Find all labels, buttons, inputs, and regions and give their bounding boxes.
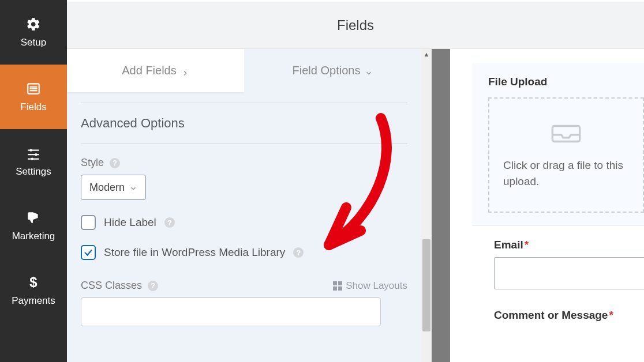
tab-add-fields[interactable]: Add Fields [67, 49, 244, 92]
sidebar-label-settings: Settings [16, 166, 51, 178]
dollar-icon: $ [25, 274, 42, 291]
form-preview: File Upload Click or drag a file to this… [450, 49, 644, 362]
list-icon [25, 81, 42, 97]
chevron-down-icon [365, 67, 373, 75]
svg-rect-14 [338, 286, 342, 291]
css-classes-section: CSS Classes ? Show Layouts [81, 280, 407, 326]
sidebar-label-fields: Fields [20, 101, 46, 113]
chevron-right-icon [181, 67, 189, 75]
svg-rect-13 [333, 286, 337, 291]
dropzone-text: Click or drag a file to this upload. [489, 157, 643, 190]
store-file-text: Store file in WordPress Media Library [104, 246, 285, 259]
scrollbar-thumb[interactable] [422, 239, 430, 331]
css-label: CSS Classes [81, 280, 142, 292]
file-upload-label: File Upload [488, 76, 644, 88]
store-file-checkbox[interactable] [81, 245, 96, 260]
chevron-down-icon [129, 183, 137, 191]
sidebar-item-settings[interactable]: Settings [0, 129, 67, 194]
show-layouts-button[interactable]: Show Layouts [333, 280, 407, 292]
help-icon[interactable]: ? [164, 217, 175, 228]
help-icon[interactable]: ? [148, 281, 158, 291]
scrollbar-track[interactable]: ▲ [421, 49, 432, 362]
help-icon[interactable]: ? [293, 247, 304, 258]
style-select[interactable]: Modern [81, 175, 146, 200]
hide-label-row: Hide Label ? [81, 215, 407, 230]
advanced-title: Advanced Options [81, 103, 407, 144]
svg-rect-11 [333, 281, 337, 285]
panel-divider [432, 49, 450, 362]
email-label: Email* [494, 239, 644, 251]
show-layouts-label: Show Layouts [346, 280, 407, 292]
sidebar-label-setup: Setup [21, 37, 46, 48]
help-icon[interactable]: ? [110, 158, 120, 168]
scroll-up-icon[interactable]: ▲ [421, 49, 432, 59]
gear-icon [25, 16, 42, 32]
tab-field-options[interactable]: Field Options [244, 49, 421, 92]
advanced-options: Advanced Options Style ? Modern Hide Lab… [67, 92, 421, 326]
file-dropzone[interactable]: Click or drag a file to this upload. [488, 97, 644, 213]
svg-point-9 [31, 158, 33, 160]
css-label-row: CSS Classes ? [81, 280, 158, 292]
sidebar: Setup Fields Settings Marketing $ Paymen… [0, 0, 67, 362]
email-field-group: Email* [472, 226, 644, 289]
email-input[interactable] [494, 257, 644, 289]
hide-label-text: Hide Label [104, 216, 156, 229]
css-classes-input[interactable] [81, 297, 381, 326]
tabs: Add Fields Field Options [67, 49, 421, 92]
hide-label-checkbox[interactable] [81, 215, 96, 230]
svg-point-5 [30, 149, 32, 151]
svg-point-7 [35, 153, 37, 156]
svg-rect-12 [338, 281, 342, 285]
sidebar-item-setup[interactable]: Setup [0, 0, 67, 65]
sidebar-item-marketing[interactable]: Marketing [0, 194, 67, 258]
style-label: Style [81, 157, 104, 169]
tab-options-label: Field Options [293, 64, 361, 77]
grid-icon [333, 281, 342, 291]
tab-add-label: Add Fields [122, 64, 177, 77]
sliders-icon [25, 145, 42, 161]
comment-label: Comment or Message* [494, 309, 644, 322]
store-file-row: Store file in WordPress Media Library ? [81, 245, 407, 260]
file-upload-field[interactable]: File Upload Click or drag a file to this… [472, 63, 644, 226]
sidebar-item-fields[interactable]: Fields [0, 65, 67, 129]
required-asterisk: * [609, 309, 613, 321]
divider [81, 144, 407, 144]
required-asterisk: * [525, 239, 529, 251]
header-bar: Fields [67, 2, 644, 49]
sidebar-item-payments[interactable]: $ Payments [0, 258, 67, 323]
style-label-row: Style ? [81, 157, 407, 169]
sidebar-label-payments: Payments [12, 295, 55, 307]
sidebar-label-marketing: Marketing [12, 231, 55, 242]
svg-text:$: $ [29, 275, 37, 290]
comment-field-group: Comment or Message* [472, 289, 644, 322]
bullhorn-icon [25, 210, 42, 226]
options-panel: Add Fields Field Options Advanced Option… [67, 49, 421, 362]
style-value: Modern [89, 182, 125, 194]
page-title: Fields [337, 17, 374, 33]
inbox-icon [551, 120, 582, 147]
